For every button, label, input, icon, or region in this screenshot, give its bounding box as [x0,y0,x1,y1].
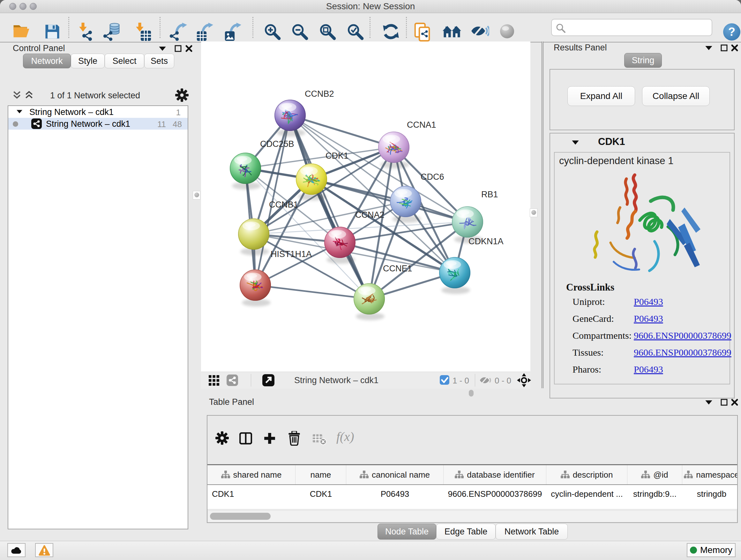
network-node-HIST1H1A[interactable]: HIST1H1A [240,249,312,307]
help-button[interactable]: ? [723,23,740,41]
node-label: CDC25B [260,139,294,149]
open-session-icon[interactable] [12,23,30,41]
import-database-icon[interactable] [103,23,121,41]
right-splitter[interactable] [542,42,543,388]
cloud-button[interactable] [7,543,25,557]
network-options-gear-icon[interactable] [175,88,189,102]
save-session-icon[interactable] [44,23,61,41]
node-label: CDK1 [326,151,348,161]
tree-expand-icon[interactable] [17,110,22,114]
panel-float-icon[interactable] [720,44,728,52]
network-node-CCNB1[interactable]: CCNB1 [238,200,298,255]
tab-sets[interactable]: Sets [144,54,174,68]
tab-select[interactable]: Select [105,54,144,68]
search-input[interactable] [568,21,710,35]
horizontal-scrollbar[interactable] [208,511,737,522]
warnings-button[interactable] [35,543,53,557]
column-header-name[interactable]: name [295,465,346,484]
collapse-all-button[interactable]: Collapse All [642,86,710,106]
hide-selected-icon[interactable] [471,23,489,39]
refresh-icon[interactable] [382,23,400,41]
tab-network-table[interactable]: Network Table [495,523,568,540]
memory-button[interactable]: Memory [687,543,736,557]
zoom-in-icon[interactable] [263,23,281,41]
crosslink-link[interactable]: P06493 [634,296,663,307]
birdseye-icon[interactable] [262,374,274,386]
toolbar-separator [406,17,407,38]
table-cell[interactable]: CDK1 [207,485,295,503]
network-edge[interactable] [290,115,369,299]
right-splitter-handle[interactable] [530,208,537,217]
network-edge[interactable] [312,179,468,222]
column-header-database-identifier[interactable]: database identifier [444,465,546,484]
column-header-namespace[interactable]: namespace [682,465,737,484]
panel-float-icon[interactable] [720,398,728,406]
network-row[interactable]: String Network – cdk1 11 48 [8,118,188,130]
tab-string[interactable]: String [624,53,662,68]
home-icon[interactable] [442,23,461,41]
grid-view-icon[interactable] [209,375,219,386]
table-cell[interactable]: 9606.ENSP00000378699 [444,485,546,503]
table-cell[interactable]: stringdb:9... [627,485,682,503]
crosslink-link[interactable]: 9606.ENSP00000378699 [634,330,731,341]
zoom-selected-icon[interactable] [346,23,364,41]
network-node-CDKN1A[interactable]: CDKN1A [439,237,503,294]
table-cell[interactable]: stringdb [682,485,737,503]
hidden-eye-icon[interactable] [479,375,492,385]
column-header-@id[interactable]: @id [627,465,682,484]
left-splitter-handle[interactable] [193,191,200,199]
export-table-icon[interactable] [195,23,214,41]
expand-all-icon[interactable] [25,91,33,100]
network-selection-status: 1 of 1 Network selected [35,91,156,101]
panel-close-icon[interactable] [185,45,193,52]
selected-checkbox-icon[interactable] [440,375,449,385]
panel-close-icon[interactable] [731,44,738,52]
bottom-splitter-handle[interactable] [469,390,474,396]
panel-float-icon[interactable] [174,45,182,52]
import-table-icon[interactable] [133,23,152,41]
crosslink-link[interactable]: 9606.ENSP00000378699 [634,347,731,358]
export-image-icon[interactable] [223,23,242,41]
crosslink-link[interactable]: P06493 [634,313,663,324]
column-header-canonical-name[interactable]: canonical name [346,465,444,484]
export-network-icon[interactable] [169,23,188,41]
network-node-RB1[interactable]: RB1 [452,190,498,243]
show-all-icon[interactable] [498,23,516,40]
network-share-icon[interactable] [226,374,238,386]
network-graph[interactable]: CCNB2CCNA1CDC25BCDK1CDC6RB1CCNB1CCNA2CDK… [201,42,530,372]
zoom-out-icon[interactable] [291,23,309,41]
panel-menu-icon[interactable] [705,400,712,405]
network-node-CDC25B[interactable]: CDC25B [230,139,294,190]
column-header-shared-name[interactable]: shared name [207,465,295,484]
table-cell[interactable]: cyclin-dependent ... [546,485,627,503]
network-collection-row[interactable]: String Network – cdk1 1 [8,106,188,118]
panel-close-icon[interactable] [731,398,738,406]
delete-icon[interactable] [288,431,300,446]
column-header-description[interactable]: description [546,465,627,484]
panel-menu-icon[interactable] [159,47,166,51]
tab-node-table[interactable]: Node Table [378,523,436,540]
expand-all-button[interactable]: Expand All [567,86,635,106]
table-settings-gear-icon[interactable] [215,431,229,445]
tab-network[interactable]: Network [23,54,71,68]
tab-edge-table[interactable]: Edge Table [436,523,495,540]
add-column-icon[interactable] [264,432,276,444]
pan-crosshair-icon[interactable] [517,373,531,387]
crosslink-link[interactable]: P06493 [634,364,663,375]
copy-document-icon[interactable] [414,23,431,42]
table-cell[interactable]: P06493 [346,485,444,503]
network-edge[interactable] [290,115,394,147]
tab-style[interactable]: Style [71,54,105,68]
gene-collapse-icon[interactable] [572,140,579,145]
table-cell[interactable]: CDK1 [295,485,346,503]
table-row[interactable]: CDK1CDK1P064939606.ENSP00000378699cyclin… [207,485,737,503]
panel-menu-icon[interactable] [705,46,712,51]
show-columns-icon[interactable] [239,432,252,444]
network-edge[interactable] [246,147,394,168]
network-edge[interactable] [255,285,369,299]
network-view[interactable]: CCNB2CCNA1CDC25BCDK1CDC6RB1CCNB1CCNA2CDK… [201,42,530,372]
import-network-icon[interactable] [77,23,95,41]
network-node-CCNE1[interactable]: CCNE1 [354,264,412,320]
zoom-fit-icon[interactable] [319,23,336,41]
collapse-all-icon[interactable] [13,91,21,100]
